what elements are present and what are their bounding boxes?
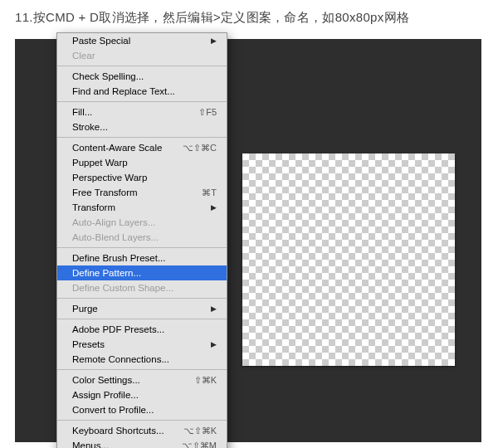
menu-item-label: Find and Replace Text... [72, 85, 175, 98]
menu-item[interactable]: Perspective Warp [57, 170, 227, 185]
menu-item-label: Keyboard Shortcuts... [72, 425, 164, 437]
menu-item[interactable]: Keyboard Shortcuts...⌥⇧⌘K [57, 423, 227, 438]
menu-item-label: Assign Profile... [72, 389, 139, 402]
menu-item: Clear [57, 48, 227, 63]
menu-item[interactable]: Free Transform⌘T [57, 185, 227, 200]
menu-item-label: Purge [72, 303, 98, 315]
menu-item: Define Custom Shape... [57, 280, 227, 295]
menu-item-label: Paste Special [72, 35, 130, 47]
menu-separator [57, 369, 227, 370]
edit-menu-dropdown: Paste Special▶ClearCheck Spelling...Find… [56, 32, 227, 448]
menu-item[interactable]: Presets▶ [57, 337, 227, 352]
menu-item-label: Convert to Profile... [72, 404, 154, 416]
submenu-arrow-icon: ▶ [211, 303, 217, 315]
menu-item[interactable]: Menus...⌥⇧⌘M [57, 438, 227, 448]
menu-separator [57, 319, 227, 319]
menu-item[interactable]: Puppet Warp [57, 155, 227, 170]
menu-item[interactable]: Define Brush Preset... [57, 251, 227, 265]
menu-item-shortcut: ⇧F5 [198, 106, 217, 119]
menu-item-shortcut: ⇧⌘K [194, 374, 217, 387]
menu-item-label: Menus... [72, 440, 109, 449]
menu-separator [57, 66, 227, 66]
menu-item-label: Remote Connections... [72, 353, 169, 366]
menu-item[interactable]: Check Spelling... [57, 69, 227, 84]
menu-item-label: Free Transform [72, 187, 138, 199]
document-canvas[interactable] [242, 153, 455, 366]
menu-item-shortcut: ⌘T [202, 187, 217, 199]
menu-item[interactable]: Color Settings...⇧⌘K [57, 373, 227, 387]
menu-item-label: Adobe PDF Presets... [72, 324, 164, 336]
menu-item-shortcut: ⌥⇧⌘C [183, 142, 217, 154]
menu-item: Auto-Blend Layers... [57, 230, 227, 245]
menu-item[interactable]: Fill...⇧F5 [57, 105, 227, 119]
submenu-arrow-icon: ▶ [211, 338, 217, 351]
menu-item[interactable]: Paste Special▶ [57, 33, 227, 48]
instruction-text: 11.按CMD + D取消选择，然后编辑>定义图案，命名，如80x80px网格 [0, 0, 498, 34]
menu-item-label: Fill... [72, 106, 92, 119]
menu-item[interactable]: Find and Replace Text... [57, 84, 227, 99]
menu-item-shortcut: ⌥⇧⌘M [182, 440, 217, 449]
menu-item[interactable]: Purge▶ [57, 301, 227, 316]
menu-separator [57, 101, 227, 102]
menu-separator [57, 137, 227, 138]
menu-item[interactable]: Remote Connections... [57, 352, 227, 367]
menu-item-label: Define Custom Shape... [72, 282, 173, 295]
menu-item[interactable]: Content-Aware Scale⌥⇧⌘C [57, 140, 227, 155]
menu-item-label: Presets [72, 338, 105, 351]
submenu-arrow-icon: ▶ [211, 202, 217, 214]
menu-item-label: Check Spelling... [72, 71, 144, 83]
menu-item-label: Perspective Warp [72, 172, 147, 184]
menu-item-label: Stroke... [72, 121, 108, 134]
workspace: Paste Special▶ClearCheck Spelling...Find… [15, 39, 481, 442]
menu-item-shortcut: ⌥⇧⌘K [183, 425, 217, 437]
menu-item-label: Auto-Blend Layers... [72, 231, 159, 244]
menu-item-label: Clear [72, 50, 95, 62]
menu-item: Auto-Align Layers... [57, 215, 227, 230]
menu-item[interactable]: Adobe PDF Presets... [57, 322, 227, 337]
menu-item[interactable]: Convert to Profile... [57, 402, 227, 417]
menu-item[interactable]: Stroke... [57, 119, 227, 134]
menu-item[interactable]: Define Pattern... [57, 265, 227, 280]
menu-item[interactable]: Assign Profile... [57, 387, 227, 402]
menu-item-label: Define Brush Preset... [72, 252, 166, 265]
submenu-arrow-icon: ▶ [211, 35, 217, 47]
menu-item[interactable]: Transform▶ [57, 200, 227, 215]
menu-separator [57, 298, 227, 299]
menu-separator [57, 247, 227, 248]
menu-item-label: Color Settings... [72, 374, 140, 387]
menu-item-label: Puppet Warp [72, 157, 128, 169]
menu-item-label: Auto-Align Layers... [72, 217, 155, 229]
menu-item-label: Define Pattern... [72, 267, 141, 280]
menu-separator [57, 420, 227, 421]
menu-item-label: Transform [72, 202, 115, 214]
menu-item-label: Content-Aware Scale [72, 142, 162, 154]
